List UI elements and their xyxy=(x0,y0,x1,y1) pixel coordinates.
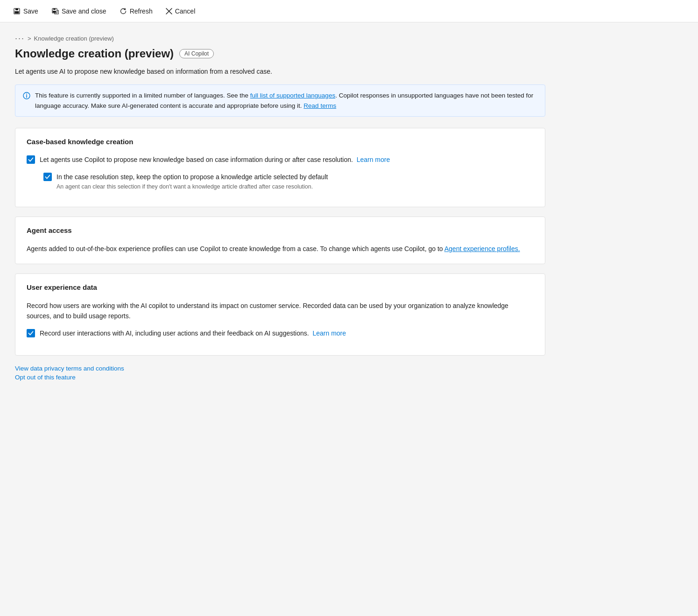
svg-rect-4 xyxy=(53,8,56,10)
page-title: Knowledge creation (preview) xyxy=(15,47,174,60)
agent-access-text: Agents added to out-of-the-box experienc… xyxy=(27,244,534,254)
refresh-button[interactable]: Refresh xyxy=(114,5,158,18)
breadcrumb-current: Knowledge creation (preview) xyxy=(34,35,114,42)
case-based-card-title: Case-based knowledge creation xyxy=(27,138,534,146)
checkbox-2[interactable] xyxy=(43,173,52,181)
footer-links: View data privacy terms and conditions O… xyxy=(15,365,545,381)
breadcrumb-dots: ··· xyxy=(15,34,25,43)
checkbox-row-2: In the case resolution step, keep the op… xyxy=(43,172,534,190)
svg-rect-5 xyxy=(53,11,56,13)
save-icon xyxy=(13,7,21,15)
user-experience-card-title: User experience data xyxy=(27,283,534,291)
save-label: Save xyxy=(23,7,38,15)
main-content: ··· > Knowledge creation (preview) Knowl… xyxy=(0,22,560,392)
checkbox-2-label-wrap: In the case resolution step, keep the op… xyxy=(56,172,328,190)
checkbox-ued-label: Record user interactions with AI, includ… xyxy=(40,329,346,337)
agent-access-card-title: Agent access xyxy=(27,226,534,234)
checkbox-1-wrap[interactable] xyxy=(27,155,35,164)
info-text: This feature is currently supported in a… xyxy=(35,91,537,111)
checkbox-ued[interactable] xyxy=(27,329,35,337)
cancel-icon xyxy=(166,8,172,14)
checkbox-ued-label-wrap: Record user interactions with AI, includ… xyxy=(40,329,346,338)
page-description: Let agents use AI to propose new knowled… xyxy=(15,68,545,75)
checkbox-ued-wrap[interactable] xyxy=(27,329,35,337)
toolbar: Save Save and close Refresh xyxy=(0,0,698,22)
page-title-row: Knowledge creation (preview) AI Copilot xyxy=(15,47,545,60)
agent-access-card: Agent access Agents added to out-of-the-… xyxy=(15,217,545,264)
checkbox-1[interactable] xyxy=(27,155,35,164)
breadcrumb-separator: > xyxy=(28,35,31,42)
ued-description: Record how users are working with the AI… xyxy=(27,301,534,322)
cancel-label: Cancel xyxy=(175,7,196,15)
agent-experience-profiles-link[interactable]: Agent experience profiles. xyxy=(444,245,520,252)
checkbox-1-learn-more-link[interactable]: Learn more xyxy=(357,156,390,163)
ai-copilot-badge: AI Copilot xyxy=(179,49,214,58)
checkbox-1-label: Let agents use Copilot to propose new kn… xyxy=(40,156,390,163)
privacy-terms-link[interactable]: View data privacy terms and conditions xyxy=(15,365,545,372)
checkbox-2-wrap[interactable] xyxy=(43,173,52,181)
checkbox-row-1: Let agents use Copilot to propose new kn… xyxy=(27,155,534,165)
checkbox-1-label-wrap: Let agents use Copilot to propose new kn… xyxy=(40,155,390,165)
full-languages-link[interactable]: full list of supported languages xyxy=(250,92,335,99)
save-button[interactable]: Save xyxy=(7,5,44,18)
info-text-before-link: This feature is currently supported in a… xyxy=(35,92,250,99)
info-icon xyxy=(23,91,30,103)
case-based-card: Case-based knowledge creation Let agents… xyxy=(15,128,545,207)
info-banner: This feature is currently supported in a… xyxy=(15,84,545,117)
save-and-close-label: Save and close xyxy=(62,7,106,15)
opt-out-link[interactable]: Opt out of this feature xyxy=(15,374,545,381)
breadcrumb: ··· > Knowledge creation (preview) xyxy=(15,34,545,43)
svg-point-10 xyxy=(26,94,27,95)
user-experience-card: User experience data Record how users ar… xyxy=(15,273,545,356)
svg-rect-1 xyxy=(15,8,18,10)
checkbox-2-subtext: An agent can clear this selection if the… xyxy=(56,183,328,190)
checkbox-row-ued: Record user interactions with AI, includ… xyxy=(27,329,534,338)
refresh-icon xyxy=(120,7,127,15)
checkbox-2-label: In the case resolution step, keep the op… xyxy=(56,172,328,182)
cancel-button[interactable]: Cancel xyxy=(160,5,201,18)
read-terms-link[interactable]: Read terms xyxy=(303,102,336,109)
svg-rect-2 xyxy=(15,11,19,14)
ued-learn-more-link[interactable]: Learn more xyxy=(312,329,346,337)
save-and-close-button[interactable]: Save and close xyxy=(46,5,112,18)
save-close-icon xyxy=(51,7,59,15)
refresh-label: Refresh xyxy=(130,7,153,15)
